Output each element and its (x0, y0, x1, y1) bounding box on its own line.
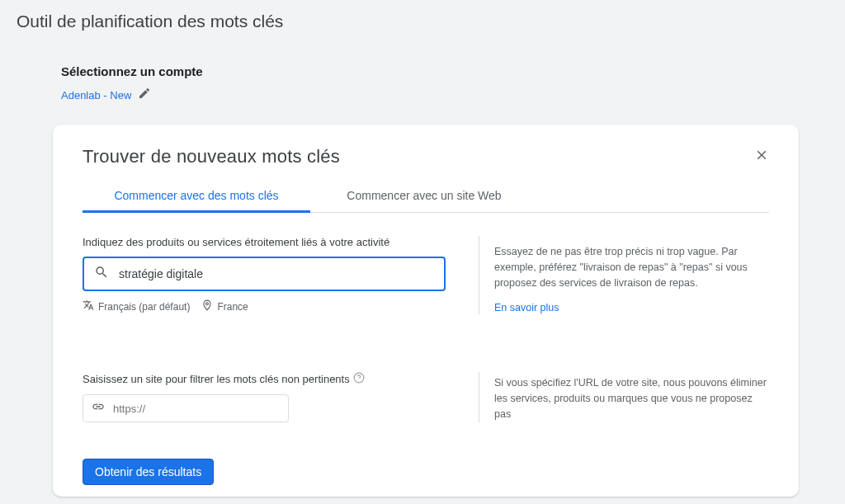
keywords-form-right: Essayez de ne pas être trop précis ni tr… (479, 236, 769, 314)
account-row: Adenlab - New (61, 87, 845, 103)
keywords-field-label: Indiquez des produits ou services étroit… (83, 236, 446, 248)
keyword-card: Trouver de nouveaux mots clés Commencer … (53, 125, 799, 497)
url-left: Saisissez un site pour filtrer les mots … (83, 372, 446, 422)
help-icon[interactable] (353, 372, 365, 386)
svg-point-0 (206, 303, 209, 305)
url-field-label: Saisissez un site pour filtrer les mots … (83, 372, 446, 386)
meta-row: Français (par défaut) France (83, 299, 446, 313)
keywords-help-text: Essayez de ne pas être trop précis ni tr… (494, 244, 769, 290)
account-heading: Sélectionnez un compte (61, 64, 845, 78)
translate-icon (83, 299, 94, 313)
keywords-input[interactable] (119, 267, 434, 280)
url-input[interactable] (113, 403, 280, 415)
location-label: France (217, 301, 248, 313)
url-label-text: Saisissez un site pour filtrer les mots … (83, 373, 350, 385)
location-icon (201, 299, 213, 313)
pencil-icon[interactable] (138, 87, 151, 103)
card-header: Trouver de nouveaux mots clés (83, 146, 769, 167)
submit-button[interactable]: Obtenir des résultats (83, 459, 214, 485)
url-right: Si vous spécifiez l'URL de votre site, n… (479, 372, 769, 422)
keywords-form-section: Indiquez des produits ou services étroit… (83, 236, 769, 314)
language-label: Français (par défaut) (98, 301, 190, 313)
url-section: Saisissez un site pour filtrer les mots … (83, 372, 769, 422)
keywords-form-left: Indiquez des produits ou services étroit… (83, 236, 446, 314)
learn-more-link[interactable]: En savoir plus (494, 302, 559, 313)
keywords-input-wrap[interactable] (83, 257, 446, 291)
language-selector[interactable]: Français (par défaut) (83, 299, 190, 313)
account-section: Sélectionnez un compte Adenlab - New (0, 40, 845, 103)
search-icon (94, 265, 109, 283)
url-input-wrap[interactable] (83, 394, 289, 422)
tabs: Commencer avec des mots clés Commencer a… (83, 179, 769, 213)
location-selector[interactable]: France (201, 299, 248, 313)
tab-keywords[interactable]: Commencer avec des mots clés (83, 179, 310, 212)
tab-website[interactable]: Commencer avec un site Web (310, 179, 538, 212)
close-icon[interactable] (754, 146, 769, 166)
page-title: Outil de planification des mots clés (17, 12, 828, 31)
account-link[interactable]: Adenlab - New (61, 89, 131, 101)
page-header: Outil de planification des mots clés (0, 0, 845, 40)
card-title: Trouver de nouveaux mots clés (83, 146, 340, 167)
url-help-text: Si vous spécifiez l'URL de votre site, n… (494, 375, 769, 422)
link-icon (92, 400, 105, 417)
